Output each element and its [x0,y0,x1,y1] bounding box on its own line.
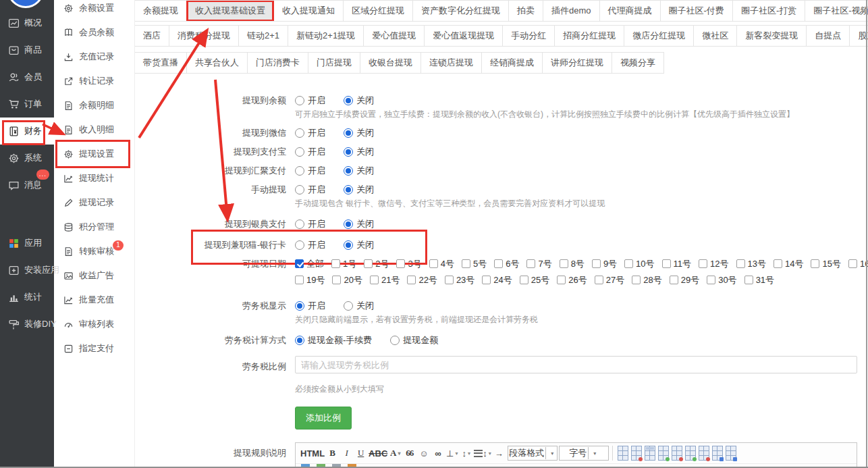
submenu-item[interactable]: 批量充值 [54,288,134,312]
emoticon-icon[interactable]: ☺ [417,446,430,461]
tab[interactable]: 收银台提现 [360,53,421,73]
checkbox[interactable] [520,276,528,284]
paragraph-format-select[interactable]: 段落格式▾ [508,446,558,461]
primary-sidebar-item[interactable]: 会员 [0,63,54,90]
insert-column-icon[interactable] [685,446,696,461]
date-checkbox[interactable]: 28号 [632,274,661,286]
table-full-width-icon[interactable] [726,446,736,461]
tab[interactable]: 资产数字化分红提现 [413,1,509,21]
primary-sidebar-item[interactable]: 装修DIY [0,311,54,338]
tab[interactable]: 圈子社区-视频奖励 [805,1,868,21]
checkbox[interactable] [595,276,603,284]
date-checkbox[interactable]: 10号 [624,258,654,270]
indent-icon[interactable]: → [493,446,506,461]
date-checkbox[interactable]: 29号 [670,274,699,286]
checkbox[interactable] [848,259,857,268]
tab[interactable]: 共享合伙人 [187,53,248,73]
checkbox[interactable] [699,259,707,268]
radio-off[interactable] [344,166,353,176]
html-source-icon[interactable]: HTML [300,446,325,461]
date-checkbox[interactable]: 5号 [462,258,487,270]
submenu-item[interactable]: 转账审核 1 [54,239,134,263]
tab[interactable]: 区域分红提现 [344,1,413,21]
bold-icon[interactable]: B [326,446,339,461]
tab[interactable]: 带货直播 [135,53,187,73]
primary-sidebar-item[interactable]: 财务 [0,118,54,145]
primary-sidebar-item[interactable]: 应用 [0,230,54,257]
submenu-item[interactable]: 会员余额 [54,20,134,45]
checkbox[interactable] [396,259,405,268]
radio-amount-minus-fee[interactable] [295,336,304,345]
tab[interactable]: 招商分红提现 [555,26,624,46]
date-checkbox[interactable]: 21号 [370,274,400,286]
tab[interactable]: 股东奖励提现 [850,26,868,46]
date-checkbox[interactable]: 26号 [557,274,587,286]
date-checkbox[interactable]: 30号 [707,274,736,286]
date-checkbox[interactable]: 14号 [774,258,803,270]
checkbox[interactable] [662,259,671,268]
date-checkbox[interactable]: 22号 [407,274,437,286]
radio-off[interactable] [344,219,353,229]
blockquote-icon[interactable]: 66 [403,446,416,461]
tab[interactable]: 连锁店提现 [421,53,482,73]
primary-sidebar-item[interactable]: 系统 [0,145,54,172]
radio-on[interactable] [295,96,304,105]
font-color-icon[interactable]: A [389,446,402,461]
date-checkbox[interactable]: 2号 [364,258,389,270]
tab[interactable]: 讲师分红提现 [543,53,612,73]
line-height-icon[interactable]: ↕ [460,446,472,461]
tax-ratio-input[interactable] [295,356,857,373]
checkbox[interactable] [364,259,373,268]
shop-avatar[interactable] [7,0,44,8]
checkbox[interactable] [811,259,819,268]
tab[interactable]: 新链动2+1提现 [288,26,364,46]
radio-on[interactable] [295,219,304,229]
checkbox[interactable] [526,259,535,268]
date-checkbox[interactable]: 9号 [592,258,617,270]
tab[interactable]: 拍卖 [509,1,543,21]
delete-row-icon[interactable] [672,446,682,461]
tab[interactable]: 余额提现 [135,1,187,21]
date-checkbox[interactable]: 6号 [494,258,519,270]
checkbox[interactable] [370,276,379,284]
tab[interactable]: 代理商提成 [600,1,661,21]
radio-on[interactable] [295,240,304,250]
submenu-item[interactable]: 提现记录 [54,190,134,215]
radio-off[interactable] [344,240,353,250]
radio-on[interactable] [295,147,304,157]
date-checkbox[interactable]: 4号 [429,258,454,270]
checkbox[interactable] [462,259,470,268]
paragraph-spacing-icon[interactable]: ↕ [474,446,491,461]
date-checkbox[interactable]: 24号 [482,274,512,286]
vertical-align-icon[interactable]: ⊥ [445,446,458,461]
tab[interactable]: 酒店 [135,26,169,46]
date-checkbox[interactable]: 1号 [331,258,356,270]
scrollbar-edge[interactable] [866,0,867,468]
date-checkbox[interactable]: 27号 [595,274,624,286]
primary-sidebar-item[interactable]: 概况 [0,9,54,36]
radio-on[interactable] [295,301,304,311]
add-ratio-button[interactable]: 添加比例 [295,407,352,430]
radio-off[interactable] [344,128,353,138]
insert-link-icon[interactable]: ∞ [431,446,444,461]
delete-table-icon[interactable] [631,446,642,461]
date-checkbox[interactable]: 7号 [526,258,551,270]
date-checkbox[interactable]: 11号 [662,258,692,270]
strikethrough-icon[interactable]: ABC [369,446,387,461]
date-checkbox[interactable]: 13号 [736,258,766,270]
submenu-item[interactable]: 指定支付 [54,336,134,361]
tab[interactable]: 视频分享 [612,53,664,73]
date-checkbox[interactable]: 15号 [811,258,840,270]
primary-sidebar-item[interactable]: 商品 [0,36,54,63]
checkbox[interactable] [331,259,340,268]
delete-column-icon[interactable] [699,446,709,461]
date-checkbox[interactable]: 25号 [520,274,549,286]
checkbox-checked[interactable] [295,259,304,268]
radio-amount[interactable] [390,336,400,345]
tab[interactable]: 收入提现通知 [274,1,344,21]
checkbox[interactable] [429,259,438,268]
checkbox[interactable] [494,259,503,268]
primary-sidebar-item[interactable]: 消息 ... [0,172,54,199]
date-checkbox[interactable]: 31号 [744,274,774,286]
checkbox[interactable] [670,276,678,284]
